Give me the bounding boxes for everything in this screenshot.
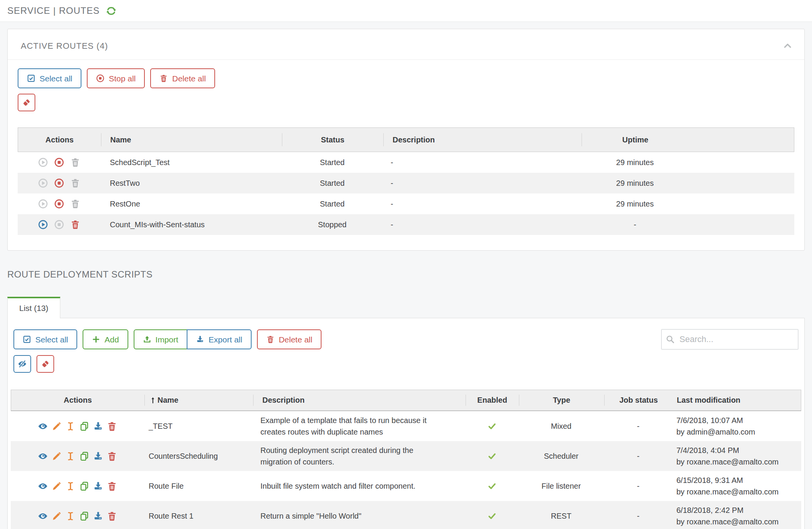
rename-button[interactable] [65,421,76,431]
enabled-check-icon [487,451,497,461]
table-row: Route File Inbuilt file system watch and… [11,471,801,501]
script-type: File listener [519,471,604,501]
select-all-button[interactable]: Select all [18,68,81,88]
export-button[interactable] [93,511,103,521]
column-header-name[interactable]: Name [144,390,253,410]
rename-button[interactable] [65,511,76,521]
stop-icon [54,157,64,167]
start-route-button[interactable] [38,199,48,209]
delete-route-button[interactable] [70,220,80,230]
tab-list[interactable]: List (13) [7,297,60,318]
download-icon [93,421,103,431]
deployment-scripts-table: Actions Name Description Enabled Type Jo… [11,390,801,529]
column-header-type[interactable]: Type [519,390,604,410]
start-route-button[interactable] [38,178,48,188]
active-routes-header: ACTIVE ROUTES (4) [8,29,804,60]
active-routes-panel: ACTIVE ROUTES (4) Select all Stop all De… [7,29,805,251]
delete-route-button[interactable] [70,199,80,209]
refresh-button[interactable] [106,6,116,16]
stop-route-button[interactable] [54,178,64,188]
column-header-description[interactable]: Description [253,390,466,410]
export-button[interactable] [93,481,103,491]
column-header-job-status[interactable]: Job status [604,390,673,410]
column-header-actions[interactable]: Actions [11,390,144,410]
enabled-cell [465,411,519,441]
clear-selection-button[interactable] [18,94,35,111]
column-header-last-modification[interactable]: Last modification [673,390,801,410]
rename-button[interactable] [65,481,76,491]
import-button[interactable]: Import [134,329,188,349]
table-row: _TEST Example of a template that fails t… [11,411,801,441]
sort-ascending-icon [149,397,157,404]
table-header-row: Actions Name Description Enabled Type Jo… [11,390,801,411]
start-route-button[interactable] [38,157,48,167]
select-all-button[interactable]: Select all [13,329,77,349]
rename-button[interactable] [65,451,76,461]
edit-button[interactable] [51,511,62,521]
eraser-icon [22,98,31,107]
view-button[interactable] [38,481,48,491]
duplicate-button[interactable] [79,481,89,491]
edit-button[interactable] [51,421,62,431]
script-description: Example of a template that fails to run … [253,411,465,441]
eye-icon [38,481,48,491]
trash-icon [70,220,80,230]
delete-button[interactable] [107,481,117,491]
collapse-panel-button[interactable] [782,41,793,51]
play-icon [38,178,48,188]
route-description: - [383,214,581,235]
stop-icon [96,74,104,83]
route-name: RestOne [101,193,282,214]
delete-route-button[interactable] [70,178,80,188]
toggle-visibility-button[interactable] [13,355,31,373]
pencil-icon [51,421,62,431]
stop-route-button[interactable] [54,220,64,230]
eye-slash-icon [18,359,27,369]
checkbox-icon [23,335,31,344]
delete-button[interactable] [107,451,117,461]
view-button[interactable] [38,421,48,431]
route-name: Count_MIs-with-Sent-status [101,214,282,235]
download-icon [93,511,103,521]
export-button[interactable] [93,421,103,431]
export-all-button[interactable]: Export all [187,329,252,349]
search-box [661,329,799,350]
edit-button[interactable] [51,451,62,461]
duplicate-button[interactable] [79,421,89,431]
duplicate-button[interactable] [79,511,89,521]
top-bar: SERVICE | ROUTES [0,0,812,22]
start-route-button[interactable] [38,220,48,230]
delete-route-button[interactable] [70,157,80,167]
script-description: Return a simple "Hello World" [253,501,465,529]
stop-route-button[interactable] [54,157,64,167]
view-button[interactable] [38,511,48,521]
search-input[interactable] [661,329,799,350]
duplicate-button[interactable] [79,451,89,461]
play-icon [38,199,48,209]
delete-button[interactable] [107,511,117,521]
clear-selection-button[interactable] [36,355,54,373]
add-button[interactable]: Add [83,329,128,349]
stop-all-button[interactable]: Stop all [87,68,145,88]
play-icon [38,157,48,167]
job-status: - [604,471,673,501]
modified-by: by roxane.mace@amalto.com [676,456,779,468]
column-header-enabled[interactable]: Enabled [466,390,519,410]
edit-button[interactable] [51,481,62,491]
view-button[interactable] [38,451,48,461]
delete-all-button[interactable]: Delete all [150,68,215,88]
checkbox-icon [27,74,35,83]
deployment-scripts-panel: Select all Add Import Export all [7,318,805,529]
delete-all-button[interactable]: Delete all [257,329,322,349]
pencil-icon [51,451,62,461]
tab-list-label: List (13) [19,304,48,313]
stop-route-button[interactable] [54,199,64,209]
export-button[interactable] [93,451,103,461]
modified-date: 6/15/2018, 9:31 AM [676,474,743,486]
delete-button[interactable] [107,421,117,431]
stop-icon [54,178,64,188]
enabled-cell [465,501,519,529]
upload-icon [143,335,151,344]
select-all-label: Select all [35,336,68,344]
text-cursor-icon [65,481,76,491]
